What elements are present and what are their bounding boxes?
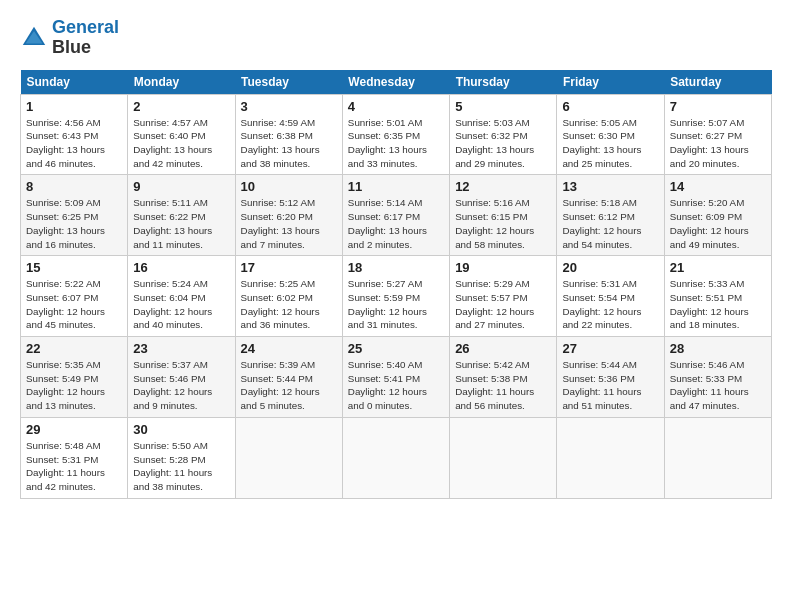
empty-cell bbox=[342, 417, 449, 498]
day-cell-28: 28Sunrise: 5:46 AM Sunset: 5:33 PM Dayli… bbox=[664, 337, 771, 418]
day-info: Sunrise: 5:01 AM Sunset: 6:35 PM Dayligh… bbox=[348, 116, 444, 171]
day-number: 8 bbox=[26, 179, 122, 194]
day-number: 11 bbox=[348, 179, 444, 194]
day-cell-10: 10Sunrise: 5:12 AM Sunset: 6:20 PM Dayli… bbox=[235, 175, 342, 256]
day-info: Sunrise: 5:18 AM Sunset: 6:12 PM Dayligh… bbox=[562, 196, 658, 251]
day-number: 2 bbox=[133, 99, 229, 114]
week-row-3: 15Sunrise: 5:22 AM Sunset: 6:07 PM Dayli… bbox=[21, 256, 772, 337]
day-number: 4 bbox=[348, 99, 444, 114]
day-info: Sunrise: 5:24 AM Sunset: 6:04 PM Dayligh… bbox=[133, 277, 229, 332]
day-info: Sunrise: 5:42 AM Sunset: 5:38 PM Dayligh… bbox=[455, 358, 551, 413]
day-number: 25 bbox=[348, 341, 444, 356]
page-header: General Blue bbox=[20, 18, 772, 58]
day-number: 13 bbox=[562, 179, 658, 194]
day-number: 1 bbox=[26, 99, 122, 114]
weekday-friday: Friday bbox=[557, 70, 664, 95]
weekday-wednesday: Wednesday bbox=[342, 70, 449, 95]
calendar-table: SundayMondayTuesdayWednesdayThursdayFrid… bbox=[20, 70, 772, 499]
day-cell-29: 29Sunrise: 5:48 AM Sunset: 5:31 PM Dayli… bbox=[21, 417, 128, 498]
week-row-1: 1Sunrise: 4:56 AM Sunset: 6:43 PM Daylig… bbox=[21, 94, 772, 175]
day-cell-21: 21Sunrise: 5:33 AM Sunset: 5:51 PM Dayli… bbox=[664, 256, 771, 337]
day-number: 21 bbox=[670, 260, 766, 275]
day-cell-12: 12Sunrise: 5:16 AM Sunset: 6:15 PM Dayli… bbox=[450, 175, 557, 256]
day-info: Sunrise: 5:22 AM Sunset: 6:07 PM Dayligh… bbox=[26, 277, 122, 332]
weekday-sunday: Sunday bbox=[21, 70, 128, 95]
day-info: Sunrise: 5:48 AM Sunset: 5:31 PM Dayligh… bbox=[26, 439, 122, 494]
day-info: Sunrise: 5:33 AM Sunset: 5:51 PM Dayligh… bbox=[670, 277, 766, 332]
day-cell-16: 16Sunrise: 5:24 AM Sunset: 6:04 PM Dayli… bbox=[128, 256, 235, 337]
day-cell-9: 9Sunrise: 5:11 AM Sunset: 6:22 PM Daylig… bbox=[128, 175, 235, 256]
day-info: Sunrise: 5:50 AM Sunset: 5:28 PM Dayligh… bbox=[133, 439, 229, 494]
week-row-5: 29Sunrise: 5:48 AM Sunset: 5:31 PM Dayli… bbox=[21, 417, 772, 498]
day-number: 15 bbox=[26, 260, 122, 275]
weekday-saturday: Saturday bbox=[664, 70, 771, 95]
logo-icon bbox=[20, 24, 48, 52]
empty-cell bbox=[235, 417, 342, 498]
day-cell-23: 23Sunrise: 5:37 AM Sunset: 5:46 PM Dayli… bbox=[128, 337, 235, 418]
day-cell-6: 6Sunrise: 5:05 AM Sunset: 6:30 PM Daylig… bbox=[557, 94, 664, 175]
day-number: 23 bbox=[133, 341, 229, 356]
day-info: Sunrise: 5:29 AM Sunset: 5:57 PM Dayligh… bbox=[455, 277, 551, 332]
day-cell-15: 15Sunrise: 5:22 AM Sunset: 6:07 PM Dayli… bbox=[21, 256, 128, 337]
day-cell-8: 8Sunrise: 5:09 AM Sunset: 6:25 PM Daylig… bbox=[21, 175, 128, 256]
day-number: 3 bbox=[241, 99, 337, 114]
empty-cell bbox=[664, 417, 771, 498]
weekday-header-row: SundayMondayTuesdayWednesdayThursdayFrid… bbox=[21, 70, 772, 95]
day-number: 22 bbox=[26, 341, 122, 356]
day-number: 26 bbox=[455, 341, 551, 356]
day-info: Sunrise: 5:03 AM Sunset: 6:32 PM Dayligh… bbox=[455, 116, 551, 171]
day-number: 12 bbox=[455, 179, 551, 194]
day-info: Sunrise: 5:35 AM Sunset: 5:49 PM Dayligh… bbox=[26, 358, 122, 413]
day-number: 30 bbox=[133, 422, 229, 437]
day-number: 29 bbox=[26, 422, 122, 437]
day-info: Sunrise: 4:56 AM Sunset: 6:43 PM Dayligh… bbox=[26, 116, 122, 171]
day-number: 14 bbox=[670, 179, 766, 194]
day-cell-18: 18Sunrise: 5:27 AM Sunset: 5:59 PM Dayli… bbox=[342, 256, 449, 337]
day-cell-1: 1Sunrise: 4:56 AM Sunset: 6:43 PM Daylig… bbox=[21, 94, 128, 175]
day-cell-2: 2Sunrise: 4:57 AM Sunset: 6:40 PM Daylig… bbox=[128, 94, 235, 175]
day-number: 28 bbox=[670, 341, 766, 356]
day-info: Sunrise: 5:25 AM Sunset: 6:02 PM Dayligh… bbox=[241, 277, 337, 332]
weekday-tuesday: Tuesday bbox=[235, 70, 342, 95]
empty-cell bbox=[557, 417, 664, 498]
day-number: 17 bbox=[241, 260, 337, 275]
day-cell-17: 17Sunrise: 5:25 AM Sunset: 6:02 PM Dayli… bbox=[235, 256, 342, 337]
day-info: Sunrise: 5:40 AM Sunset: 5:41 PM Dayligh… bbox=[348, 358, 444, 413]
empty-cell bbox=[450, 417, 557, 498]
day-cell-27: 27Sunrise: 5:44 AM Sunset: 5:36 PM Dayli… bbox=[557, 337, 664, 418]
day-cell-4: 4Sunrise: 5:01 AM Sunset: 6:35 PM Daylig… bbox=[342, 94, 449, 175]
week-row-2: 8Sunrise: 5:09 AM Sunset: 6:25 PM Daylig… bbox=[21, 175, 772, 256]
day-cell-7: 7Sunrise: 5:07 AM Sunset: 6:27 PM Daylig… bbox=[664, 94, 771, 175]
day-number: 27 bbox=[562, 341, 658, 356]
day-cell-11: 11Sunrise: 5:14 AM Sunset: 6:17 PM Dayli… bbox=[342, 175, 449, 256]
day-number: 19 bbox=[455, 260, 551, 275]
day-info: Sunrise: 4:59 AM Sunset: 6:38 PM Dayligh… bbox=[241, 116, 337, 171]
day-number: 16 bbox=[133, 260, 229, 275]
day-info: Sunrise: 5:09 AM Sunset: 6:25 PM Dayligh… bbox=[26, 196, 122, 251]
day-number: 9 bbox=[133, 179, 229, 194]
weekday-monday: Monday bbox=[128, 70, 235, 95]
logo-text: General Blue bbox=[52, 18, 119, 58]
day-number: 20 bbox=[562, 260, 658, 275]
day-number: 10 bbox=[241, 179, 337, 194]
day-cell-26: 26Sunrise: 5:42 AM Sunset: 5:38 PM Dayli… bbox=[450, 337, 557, 418]
day-info: Sunrise: 5:16 AM Sunset: 6:15 PM Dayligh… bbox=[455, 196, 551, 251]
day-number: 18 bbox=[348, 260, 444, 275]
day-cell-19: 19Sunrise: 5:29 AM Sunset: 5:57 PM Dayli… bbox=[450, 256, 557, 337]
page-container: General Blue SundayMondayTuesdayWednesda… bbox=[0, 0, 792, 509]
day-cell-14: 14Sunrise: 5:20 AM Sunset: 6:09 PM Dayli… bbox=[664, 175, 771, 256]
day-info: Sunrise: 5:31 AM Sunset: 5:54 PM Dayligh… bbox=[562, 277, 658, 332]
day-cell-3: 3Sunrise: 4:59 AM Sunset: 6:38 PM Daylig… bbox=[235, 94, 342, 175]
day-info: Sunrise: 5:12 AM Sunset: 6:20 PM Dayligh… bbox=[241, 196, 337, 251]
day-cell-24: 24Sunrise: 5:39 AM Sunset: 5:44 PM Dayli… bbox=[235, 337, 342, 418]
day-cell-5: 5Sunrise: 5:03 AM Sunset: 6:32 PM Daylig… bbox=[450, 94, 557, 175]
logo: General Blue bbox=[20, 18, 119, 58]
day-cell-30: 30Sunrise: 5:50 AM Sunset: 5:28 PM Dayli… bbox=[128, 417, 235, 498]
day-info: Sunrise: 5:37 AM Sunset: 5:46 PM Dayligh… bbox=[133, 358, 229, 413]
day-number: 24 bbox=[241, 341, 337, 356]
day-info: Sunrise: 5:44 AM Sunset: 5:36 PM Dayligh… bbox=[562, 358, 658, 413]
day-info: Sunrise: 5:46 AM Sunset: 5:33 PM Dayligh… bbox=[670, 358, 766, 413]
day-number: 6 bbox=[562, 99, 658, 114]
weekday-thursday: Thursday bbox=[450, 70, 557, 95]
day-info: Sunrise: 5:27 AM Sunset: 5:59 PM Dayligh… bbox=[348, 277, 444, 332]
